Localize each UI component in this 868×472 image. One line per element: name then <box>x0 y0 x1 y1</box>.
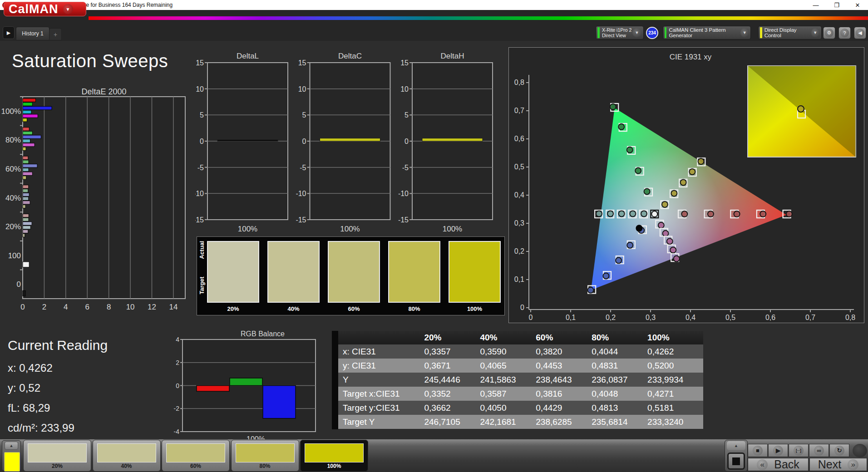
cie-measured-dot <box>674 256 680 262</box>
cie-measured-dot <box>630 211 636 216</box>
cie-1931-chart: CIE 1931 xy00,10,20,30,40,50,60,70,800,1… <box>508 47 864 323</box>
swatch-label: 80% <box>388 305 440 312</box>
cie-measured-dot <box>588 287 594 293</box>
table-header-row: 20%40%60%80%100% <box>338 331 703 344</box>
svg-text:RGB Balance: RGB Balance <box>241 330 285 338</box>
step-button[interactable]: [··] <box>789 444 809 457</box>
play-icon: ▶ <box>773 446 783 456</box>
transport-up-button[interactable]: ▲ <box>727 441 745 450</box>
restore-button[interactable]: ❐ <box>826 0 847 10</box>
chevron-down-icon: ▼ <box>740 28 749 37</box>
chevron-down-icon: ▼ <box>632 28 641 37</box>
cell-value: 242,1681 <box>480 417 536 427</box>
cell-value: 0,3590 <box>480 347 536 357</box>
svg-text:-10: -10 <box>398 190 409 197</box>
delta-bar <box>320 138 380 141</box>
deltae-bar <box>23 201 30 205</box>
settings-button[interactable]: ⚙ <box>823 27 835 39</box>
cie-measured-dot <box>734 211 740 217</box>
cell-value: 233,9934 <box>647 375 703 385</box>
deltae-bar <box>23 118 27 122</box>
meter-status-bar <box>597 27 600 38</box>
svg-text:10: 10 <box>400 85 409 93</box>
current-pattern-swatch <box>4 452 20 472</box>
svg-text:10: 10 <box>196 85 204 93</box>
collapse-button[interactable]: ◀ <box>854 27 866 39</box>
minimize-button[interactable]: — <box>805 0 826 10</box>
svg-text:0,5: 0,5 <box>725 314 735 321</box>
pattern-button-40%[interactable]: 40% <box>93 440 161 472</box>
svg-text:-5: -5 <box>402 164 409 172</box>
close-button[interactable]: ✕ <box>847 0 868 10</box>
continuous-button[interactable]: ∞ <box>809 444 829 457</box>
stop-button[interactable]: ■ <box>748 444 768 457</box>
cie-measured-dot <box>671 190 677 196</box>
reading-fl: fL: 68,29 <box>8 402 50 414</box>
deltae-bar <box>23 147 26 151</box>
meter-mode: Direct View <box>602 33 631 38</box>
cell-value: 238,4643 <box>536 375 592 385</box>
col-header: 40% <box>480 333 536 343</box>
display-label: Direct Display Control <box>764 27 811 38</box>
cell-value: 236,0837 <box>592 375 647 385</box>
deltae-bar <box>23 103 32 106</box>
cell-value: 245,4446 <box>424 375 480 385</box>
svg-text:0,3: 0,3 <box>514 219 524 227</box>
calman-menu-button[interactable]: CalMAN ▼ <box>4 2 86 16</box>
meter-dropdown[interactable]: X-Rite i1Pro 2 Direct View ▼ <box>596 26 644 39</box>
table-row: Target x:CIE310,33520,35870,38160,40480,… <box>338 387 703 401</box>
cell-value: 0,4048 <box>592 389 647 399</box>
svg-text:100%: 100% <box>340 225 360 233</box>
reading-y: y: 0,52 <box>8 382 40 394</box>
svg-text:8: 8 <box>107 303 111 311</box>
back-button[interactable]: « Back <box>748 458 809 471</box>
pattern-button-100%[interactable]: 100% <box>300 440 368 472</box>
svg-text:0,8: 0,8 <box>514 79 524 86</box>
collapse-left-icon: ◀ <box>856 29 864 37</box>
svg-text:10: 10 <box>298 85 306 93</box>
deltae-bar <box>23 222 32 226</box>
pattern-swatch <box>97 443 156 462</box>
svg-text:2: 2 <box>176 359 179 366</box>
display-control-dropdown[interactable]: Direct Display Control ▼ <box>758 26 822 39</box>
svg-text:4: 4 <box>64 303 68 311</box>
cell-value: 0,4044 <box>592 347 647 357</box>
cie-measured-dot <box>607 211 613 216</box>
refresh-button[interactable]: ↻ <box>829 444 849 457</box>
cie-measured-dot <box>663 231 669 236</box>
col-header: 80% <box>592 333 647 343</box>
swatch-label: 40% <box>267 305 320 312</box>
pattern-button-60%[interactable]: 60% <box>162 440 230 472</box>
pattern-window-button[interactable] <box>727 452 745 470</box>
cell-value: 0,4813 <box>592 403 647 413</box>
row-label: x: CIE31 <box>338 347 424 357</box>
svg-text:0,6: 0,6 <box>765 314 775 321</box>
svg-text:15: 15 <box>400 59 409 67</box>
refresh-icon: ↻ <box>834 446 844 456</box>
svg-text:-5: -5 <box>197 164 204 172</box>
deltae-bar <box>23 185 29 189</box>
pattern-label: 40% <box>93 463 160 469</box>
add-tab-button[interactable]: + <box>49 28 62 40</box>
play-button[interactable]: ▶ <box>768 444 788 457</box>
svg-text:15: 15 <box>298 59 306 67</box>
pattern-button-20%[interactable]: 20% <box>23 440 91 472</box>
source-dropdown[interactable]: CalMAN Client 3 Pattern Generator ▼ <box>663 26 751 39</box>
pattern-button-80%[interactable]: 80% <box>231 440 299 472</box>
expand-up-button[interactable]: ▲ <box>5 442 18 450</box>
tab-scroll-button[interactable]: ▶ <box>3 26 15 39</box>
svg-text:100%: 100% <box>1 107 21 116</box>
reading-cdm2: cd/m²: 233,99 <box>8 422 74 434</box>
cie-measured-dot <box>760 211 766 217</box>
cie-measured-dot <box>689 169 695 175</box>
tab-history-1[interactable]: History 1 <box>16 27 49 40</box>
cell-value: 0,3671 <box>424 361 480 371</box>
deltae-bar <box>23 110 31 114</box>
cie-measured-dot <box>681 211 687 217</box>
deltae-bar <box>23 172 32 176</box>
cell-value: 241,5863 <box>480 375 536 385</box>
next-button[interactable]: Next » <box>809 458 867 471</box>
svg-text:0,1: 0,1 <box>514 275 524 283</box>
help-button[interactable]: ? <box>838 27 851 39</box>
svg-text:5: 5 <box>200 111 204 119</box>
